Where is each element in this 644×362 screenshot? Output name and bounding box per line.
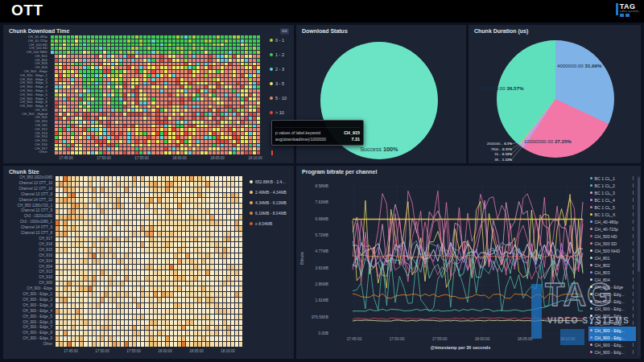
panel-title-download-status[interactable]: Download Status	[302, 28, 348, 34]
bitrate-legend: BC 1 CL_1BC 1 CL_2BC 1 CL_3BC 1 CL_4BC 1…	[588, 175, 636, 356]
legend-dot-icon	[590, 199, 592, 201]
bitrate-yticks: 0.00B976.56KB1.91MB2.86MB3.81MB4.77MB5.7…	[296, 166, 330, 359]
x-tick-label: 17:45:00	[59, 156, 73, 160]
legend-tick-icon	[633, 212, 634, 216]
legend-item[interactable]: CH_802	[588, 261, 636, 269]
bitrate-plot[interactable]	[333, 179, 588, 336]
legend-tick-icon	[633, 292, 634, 296]
pie-slice-label: 10000000.00 27.25%	[524, 138, 572, 144]
legend-tick-icon	[633, 234, 634, 238]
legend-item[interactable]: CH_40-720p	[588, 225, 636, 232]
hm-row-label: Other	[3, 150, 47, 154]
legend-item[interactable]: 6.19MB - 8.04MB	[250, 211, 287, 216]
legend-dot-icon	[590, 264, 592, 266]
legend-dot-icon	[590, 184, 592, 187]
legend-item[interactable]: CH_900 - Edg...	[588, 305, 636, 312]
legend-item[interactable]: CH_900 - Edge	[588, 283, 636, 290]
tooltip-row: avg(downloadtime)/10000007.31	[275, 136, 360, 142]
panel-title-chunk-size[interactable]: Chunk Size	[9, 169, 39, 175]
panel-menu-icon[interactable]	[280, 28, 289, 35]
legend-item[interactable]: 1 - 2	[270, 52, 287, 57]
legend-item[interactable]: BC 1 CL_4	[588, 196, 636, 204]
legend-dot-icon	[590, 307, 592, 310]
x-tick-label: 17:55:00	[126, 349, 141, 353]
legend-item[interactable]: BC 1 CL_2	[588, 182, 636, 189]
legend-item[interactable]: CH_500 NHD	[588, 247, 636, 254]
x-tick-label: 18:05:00	[189, 349, 204, 353]
hm-row-label: CH_900 - Edge_8	[3, 331, 52, 335]
logo-bar-icon	[616, 3, 618, 15]
series-line	[353, 294, 583, 298]
legend-item[interactable]: CH_804	[588, 276, 636, 283]
x-tick-label: 17:50:00	[97, 156, 111, 160]
legend-tick-icon	[633, 299, 634, 303]
legend-dot-icon	[590, 278, 592, 281]
legend-item[interactable]: > 10	[270, 110, 287, 115]
legend-item[interactable]: CH_900 - Edg...	[588, 290, 636, 298]
legend-item[interactable]: CH_900 - Edg...	[588, 312, 636, 319]
hm-row-label: CH_915	[3, 249, 52, 253]
hm2-rows: CH_950 1920x1080Channel 13 OTT_10Channel…	[3, 176, 52, 347]
legend-dot-icon	[590, 271, 592, 274]
legend-item[interactable]: ≥ 8.04MB	[250, 221, 287, 226]
legend-item[interactable]: CH_900 - Edg...	[588, 334, 636, 341]
legend-item[interactable]: CH_803	[588, 269, 636, 276]
hm-row-label: CH_900 - Edge_6	[3, 321, 52, 325]
y-tick-label: 0.00B	[318, 331, 328, 335]
legend-dot-icon	[250, 180, 253, 183]
legend-item[interactable]: CH_500 HD	[588, 232, 636, 240]
hm-row-label: CH_900 - Edge_5	[3, 315, 52, 319]
legend-item[interactable]: 2.49MB - 4.34MB	[250, 190, 287, 195]
panel-chunk-duration: Chunk Duration (us) 4000000.00 31.99% 78…	[469, 25, 641, 163]
y-tick-label: 7.63MB	[315, 200, 328, 204]
logo-sub: video systems	[620, 10, 639, 13]
legend-item[interactable]: 5 - 10	[270, 96, 287, 101]
legend-item[interactable]: 652.88KB - 2.4...	[250, 179, 287, 184]
legend-item[interactable]: CH_900 - Edg...	[588, 327, 636, 334]
legend-item[interactable]: 0 - 1	[270, 38, 287, 43]
pie-callout-labels: 2000000... 0.1% 7900... 0.11% 16... 0.12…	[472, 142, 512, 162]
legend-dot-icon	[270, 111, 273, 114]
hm2-legend: 652.88KB - 2.4...2.49MB - 4.34MB4.34MB -…	[250, 179, 287, 226]
hm-row-label: CH_950 1280x720_1	[3, 204, 52, 208]
legend-item[interactable]: 4.34MB - 6.19MB	[250, 200, 287, 205]
legend-item[interactable]: 3 - 5	[270, 81, 287, 86]
panel-title-chunk-duration[interactable]: Chunk Duration (us)	[474, 28, 528, 34]
legend-item[interactable]: BC 1 CL_X	[588, 211, 636, 218]
legend-dot-icon	[270, 82, 273, 85]
legend-item[interactable]: CH_500 SD	[588, 240, 636, 247]
legend-item[interactable]: CH_40-480p	[588, 218, 636, 225]
legend-item[interactable]: CH_900 - Edg...	[588, 319, 636, 327]
hm2-grid[interactable]	[56, 176, 242, 347]
legend-item[interactable]: CH_900 - Edg...	[588, 298, 636, 305]
x-tick-label: 18:05:00	[518, 337, 533, 341]
legend-item[interactable]: 2 - 3	[270, 67, 287, 72]
legend-tick-icon	[633, 321, 634, 325]
legend-item[interactable]: CH_900 - Edg...	[588, 348, 636, 356]
legend-tick-icon	[633, 350, 634, 354]
panel-title-chunk-download-time[interactable]: Chunk Download Time	[9, 28, 69, 34]
pie-slice-label: 4000000.00 31.99%	[557, 63, 601, 68]
legend-item[interactable]: CH_801	[588, 254, 636, 261]
legend-dot-icon	[590, 191, 592, 194]
legend-tick-icon	[633, 343, 634, 347]
legend-item[interactable]: CH_900 - Edg...	[588, 341, 636, 348]
legend-item[interactable]: BC 1 CL_5	[588, 204, 636, 211]
legend-dot-icon	[590, 293, 592, 295]
logo-squares-icon	[620, 14, 639, 17]
hm1-rows: CH_40-480pCH_40-720pCH_500 HDCH_500 SDCH…	[3, 35, 47, 154]
x-axis-label: @timestamp per 30 seconds	[333, 345, 588, 350]
legend-item[interactable]: BC 1 CL_1	[588, 175, 636, 182]
legend-tick-icon	[633, 198, 634, 202]
legend-tick-icon	[633, 220, 634, 224]
hm1-grid[interactable]	[51, 35, 260, 154]
hm-row-label: Channel 14 OTT_9	[3, 226, 52, 230]
legend-dot-icon	[270, 68, 273, 71]
legend-dot-icon	[270, 53, 273, 56]
x-tick-label: 18:00:00	[158, 349, 172, 353]
tooltip-row: p values of label.keywordCH_915	[275, 130, 360, 136]
hm-row-label: CH_900 - Edge_4	[3, 310, 52, 314]
legend-item[interactable]: BC 1 CL_3	[588, 189, 636, 196]
legend-scrollbar[interactable]	[638, 175, 640, 356]
hm-row-label: Other	[3, 343, 52, 347]
